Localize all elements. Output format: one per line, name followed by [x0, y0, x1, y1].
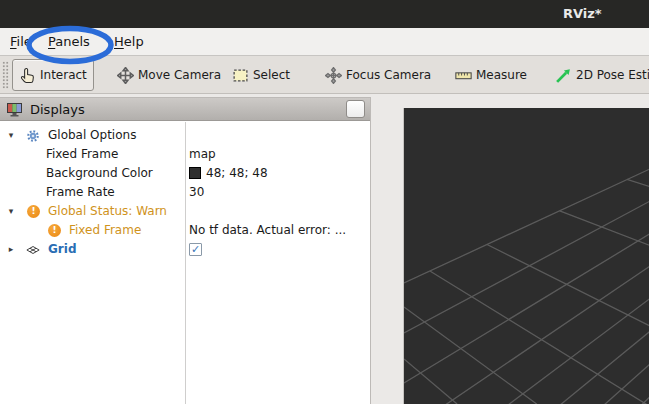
- tree-row-global-status[interactable]: ▾ ! Global Status: Warn: [0, 202, 370, 221]
- grid-lattice-icon: [26, 243, 40, 257]
- tree-row-background-color[interactable]: Background Color 48; 48; 48: [0, 164, 370, 183]
- displays-panel-header[interactable]: Displays: [0, 98, 370, 121]
- tool-measure-button[interactable]: Measure: [449, 59, 533, 91]
- displays-tree: ▾ Global Options Fixed Frame map Backgro…: [0, 122, 370, 404]
- warning-icon: !: [27, 205, 40, 218]
- move-arrows-icon: [117, 67, 134, 84]
- menubar: File Panels Help: [0, 28, 649, 56]
- row-label: Fixed Frame: [46, 145, 118, 164]
- displays-panel: Displays ▾ Global Options Fixed Frame ma…: [0, 97, 371, 404]
- monitor-icon: [6, 102, 23, 117]
- tool-interact-button[interactable]: Interact: [12, 59, 94, 91]
- row-label: Grid: [48, 240, 76, 259]
- row-label: Global Status: Warn: [48, 202, 167, 221]
- menu-file[interactable]: File: [4, 28, 38, 55]
- row-label: Background Color: [46, 164, 153, 183]
- background-color-value[interactable]: 48; 48; 48: [189, 164, 368, 183]
- frame-rate-value[interactable]: 30: [189, 183, 368, 202]
- row-label: Fixed Frame: [69, 221, 141, 240]
- rviz-window: RViz* File Panels Help Interact Move Cam…: [0, 0, 649, 404]
- collapse-arrow-icon[interactable]: ▸: [5, 240, 17, 259]
- tool-label: Interact: [40, 68, 87, 82]
- panel-hide-button[interactable]: [346, 100, 365, 118]
- tool-focus-camera-button[interactable]: Focus Camera: [319, 59, 437, 91]
- focus-cross-icon: [325, 67, 342, 84]
- expand-arrow-icon[interactable]: ▾: [5, 126, 17, 145]
- tool-select-button[interactable]: Select: [226, 59, 296, 91]
- tree-row-global-options[interactable]: ▾ Global Options: [0, 126, 370, 145]
- tree-row-fixed-frame[interactable]: Fixed Frame map: [0, 145, 370, 164]
- menu-help-rest: elp: [124, 34, 144, 49]
- fixed-frame-value[interactable]: map: [189, 145, 368, 164]
- menu-file-rest: ile: [17, 34, 32, 49]
- grid-enabled-checkbox[interactable]: ✓: [189, 240, 368, 259]
- color-swatch: [189, 167, 201, 179]
- window-title: RViz*: [563, 0, 602, 28]
- tree-row-frame-rate[interactable]: Frame Rate 30: [0, 183, 370, 202]
- tool-move-camera-button[interactable]: Move Camera: [111, 59, 227, 91]
- 3d-viewport[interactable]: [403, 108, 649, 404]
- tree-row-fixed-frame-status[interactable]: ! Fixed Frame No tf data. Actual error: …: [0, 221, 370, 240]
- expand-arrow-icon[interactable]: ▾: [5, 202, 17, 221]
- ruler-icon: [455, 67, 472, 84]
- row-label: Global Options: [48, 126, 136, 145]
- menu-help-mnemonic: H: [114, 34, 124, 49]
- toolbar-grip-handle[interactable]: [2, 61, 9, 89]
- titlebar[interactable]: RViz*: [0, 0, 649, 28]
- tool-2d-pose-estimate-button[interactable]: 2D Pose Esti: [549, 59, 649, 91]
- tool-label: Measure: [476, 68, 527, 82]
- tool-label: Select: [253, 68, 290, 82]
- green-arrow-icon: [555, 67, 572, 84]
- gear-icon: [26, 129, 40, 143]
- toolbar: Interact Move Camera Select Focus Camera: [0, 56, 649, 94]
- row-label: Frame Rate: [46, 183, 115, 202]
- checkbox-check-icon: ✓: [189, 243, 202, 256]
- color-value-text: 48; 48; 48: [206, 166, 268, 180]
- menu-help[interactable]: Help: [108, 28, 150, 55]
- tree-row-grid[interactable]: ▸ Grid ✓: [0, 240, 370, 259]
- menu-panels-rest: anels: [55, 34, 90, 49]
- tool-label: Move Camera: [138, 68, 221, 82]
- ground-grid: [404, 108, 649, 404]
- displays-panel-title: Displays: [30, 102, 85, 117]
- hand-icon: [19, 67, 36, 84]
- tf-error-value: No tf data. Actual error: ...: [189, 221, 368, 240]
- select-box-icon: [232, 67, 249, 84]
- tool-label: 2D Pose Esti: [576, 68, 649, 82]
- menu-panels[interactable]: Panels: [42, 28, 96, 55]
- warning-icon: !: [48, 224, 61, 237]
- tool-label: Focus Camera: [346, 68, 431, 82]
